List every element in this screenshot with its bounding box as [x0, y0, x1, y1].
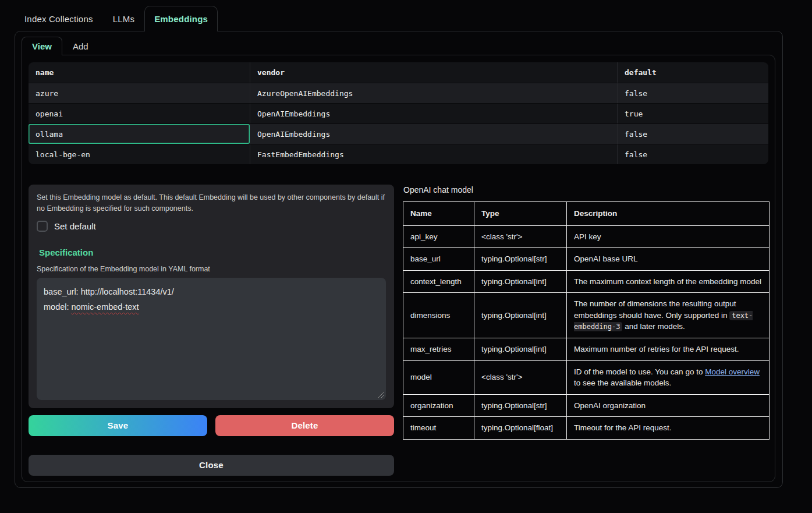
- cell-vendor: AzureOpenAIEmbeddings: [250, 83, 617, 103]
- table-row-azure[interactable]: azure AzureOpenAIEmbeddings false: [29, 83, 768, 103]
- param-description: Maximum number of retries for the API re…: [567, 338, 770, 360]
- param-name: model: [403, 360, 474, 394]
- table-row-ollama-selected[interactable]: ollama OpenAIEmbeddings false: [29, 123, 768, 144]
- params-header-row: Name Type Description: [403, 202, 770, 226]
- embeddings-table: name vendor default azure AzureOpenAIEmb…: [29, 62, 768, 164]
- param-name: timeout: [403, 417, 474, 440]
- params-column: OpenAI chat model Name Type Description …: [403, 185, 768, 476]
- tab-llms[interactable]: LLMs: [103, 6, 144, 31]
- cell-name-selected[interactable]: ollama: [29, 124, 250, 144]
- set-default-label: Set default: [54, 221, 96, 231]
- default-settings-box: Set this Embedding model as default. Thi…: [29, 185, 394, 408]
- specification-heading: Specification: [39, 247, 386, 257]
- misspelled-word: nomic-embed-text: [72, 302, 139, 312]
- param-type: typing.Optional[int]: [474, 270, 567, 293]
- param-type: typing.Optional[int]: [474, 293, 567, 338]
- param-name: base_url: [403, 248, 474, 271]
- column-header-default: default: [617, 62, 768, 83]
- table-row-openai[interactable]: openai OpenAIEmbeddings true: [29, 103, 768, 123]
- param-description: The maximum context length of the embedd…: [567, 270, 770, 293]
- param-name: api_key: [403, 225, 474, 248]
- param-description: OpenAI organization: [567, 394, 770, 417]
- param-row-timeout: timeout typing.Optional[float] Timeout f…: [403, 417, 770, 440]
- table-header-row: name vendor default: [29, 62, 768, 83]
- param-name: context_length: [403, 270, 474, 293]
- set-default-checkbox[interactable]: [37, 221, 48, 232]
- set-default-checkbox-row[interactable]: Set default: [37, 221, 386, 232]
- tab-add[interactable]: Add: [62, 37, 99, 55]
- delete-button[interactable]: Delete: [215, 415, 394, 436]
- cell-vendor: OpenAIEmbeddings: [250, 104, 617, 123]
- tab-index-collections[interactable]: Index Collections: [15, 6, 103, 31]
- param-row-model: model <class 'str'> ID of the model to u…: [403, 360, 770, 394]
- save-button[interactable]: Save: [29, 415, 207, 436]
- yaml-line-2: model: nomic-embed-text: [44, 299, 379, 315]
- param-type: <class 'str'>: [474, 360, 567, 394]
- param-type: <class 'str'>: [474, 225, 567, 248]
- cell-vendor: FastEmbedEmbeddings: [250, 144, 617, 164]
- tab-view[interactable]: View: [22, 37, 62, 55]
- param-description: OpenAI base URL: [567, 248, 770, 271]
- specification-caption: Specification of the Embedding model in …: [37, 265, 386, 273]
- close-button[interactable]: Close: [29, 455, 394, 476]
- params-panel-title: OpenAI chat model: [403, 185, 768, 194]
- cell-default: true: [617, 104, 768, 123]
- param-description: API key: [567, 225, 770, 248]
- param-row-max-retries: max_retries typing.Optional[int] Maximum…: [403, 338, 770, 360]
- param-description: Timeout for the API request.: [567, 417, 770, 440]
- params-col-description: Description: [567, 202, 770, 226]
- param-type: typing.Optional[str]: [474, 394, 567, 417]
- param-name: organization: [403, 394, 474, 417]
- yaml-spec-textarea[interactable]: base_url: http://localhost:11434/v1/ mod…: [37, 278, 386, 400]
- param-name: max_retries: [403, 338, 474, 360]
- cell-default: false: [617, 144, 768, 164]
- column-header-vendor: vendor: [250, 62, 617, 83]
- table-row-local-bge-en[interactable]: local-bge-en FastEmbedEmbeddings false: [29, 144, 768, 164]
- cell-name[interactable]: azure: [29, 83, 250, 103]
- column-header-name: name: [29, 62, 250, 83]
- cell-vendor: OpenAIEmbeddings: [250, 124, 617, 144]
- param-row-organization: organization typing.Optional[str] OpenAI…: [403, 394, 770, 417]
- main-tab-bar: Index Collections LLMs Embeddings: [15, 6, 812, 31]
- param-type: typing.Optional[float]: [474, 417, 567, 440]
- textarea-resize-handle[interactable]: [378, 392, 384, 398]
- view-panel: name vendor default azure AzureOpenAIEmb…: [22, 55, 775, 482]
- set-default-description: Set this Embedding model as default. Thi…: [37, 192, 386, 214]
- params-table: Name Type Description api_key <class 'st…: [403, 201, 770, 440]
- param-type: typing.Optional[str]: [474, 248, 567, 271]
- edit-column: Set this Embedding model as default. Thi…: [29, 185, 394, 476]
- param-row-dimensions: dimensions typing.Optional[int] The numb…: [403, 293, 770, 338]
- sub-tab-bar: View Add: [22, 37, 775, 55]
- param-type: typing.Optional[int]: [474, 338, 567, 360]
- param-description: ID of the model to use. You can go to Mo…: [567, 360, 770, 394]
- cell-name[interactable]: openai: [29, 104, 250, 123]
- cell-default: false: [617, 83, 768, 103]
- param-description: The number of dimensions the resulting o…: [567, 293, 770, 338]
- param-row-api-key: api_key <class 'str'> API key: [403, 225, 770, 248]
- param-row-base-url: base_url typing.Optional[str] OpenAI bas…: [403, 248, 770, 271]
- params-col-name: Name: [403, 202, 474, 226]
- tab-embeddings[interactable]: Embeddings: [144, 6, 218, 31]
- model-overview-link[interactable]: Model overview: [705, 367, 760, 376]
- param-name: dimensions: [403, 293, 474, 338]
- yaml-line-1: base_url: http://localhost:11434/v1/: [44, 284, 379, 300]
- embeddings-panel: View Add name vendor default azure Azure…: [15, 31, 783, 488]
- cell-default: false: [617, 124, 768, 144]
- param-row-context-length: context_length typing.Optional[int] The …: [403, 270, 770, 293]
- cell-name[interactable]: local-bge-en: [29, 144, 250, 164]
- params-col-type: Type: [474, 202, 567, 226]
